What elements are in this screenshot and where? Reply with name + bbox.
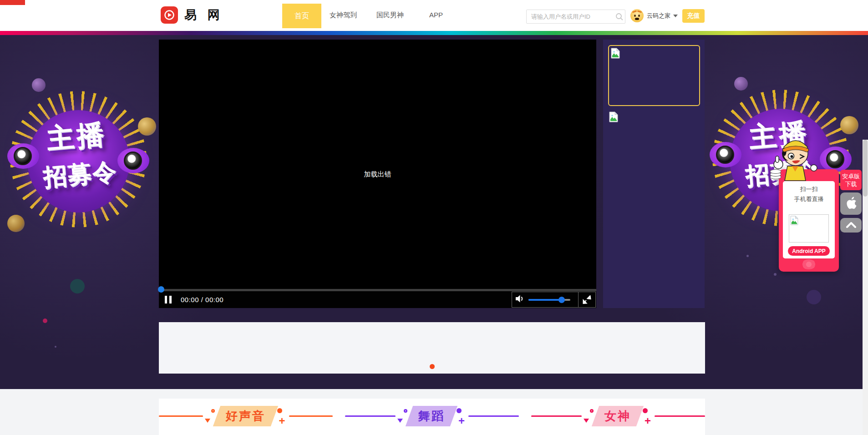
recruit-banner-left: 主播 招募令 — [0, 55, 157, 268]
chevron-up-icon — [846, 222, 857, 229]
decor-dot — [43, 319, 47, 323]
android-download-line2: 下载 — [845, 180, 857, 188]
fullscreen-button[interactable] — [579, 292, 596, 308]
decor-ball — [734, 77, 748, 91]
video-controls: 00:00 / 00:00 — [159, 291, 596, 308]
search-input[interactable] — [527, 13, 614, 20]
broken-image-icon — [609, 111, 618, 124]
video-player[interactable]: 加载出错 00:00 / 00:00 — [159, 40, 596, 308]
scrollbar-thumb[interactable] — [863, 140, 868, 197]
banner-carousel — [159, 322, 705, 374]
divider-line — [531, 415, 582, 417]
volume-icon[interactable] — [516, 295, 525, 304]
category-label-goddess[interactable]: 女神 — [592, 406, 644, 426]
qr-text-line1: 扫一扫 — [783, 185, 835, 193]
search-icon[interactable] — [614, 11, 625, 23]
divider-line — [289, 415, 333, 417]
android-download-button[interactable]: 安卓版 下载 — [840, 170, 862, 190]
decor-dot-plus: + — [276, 408, 287, 425]
decor-circle — [70, 279, 85, 293]
username-text: 云码之家 — [647, 12, 670, 20]
stream-thumbnail[interactable] — [608, 45, 700, 106]
video-error-text: 加载出错 — [364, 170, 391, 179]
user-menu[interactable]: 云码之家 — [647, 12, 678, 20]
category-label-voice[interactable]: 好声音 — [213, 406, 278, 426]
loading-progress-bar — [0, 0, 25, 5]
category-voice: 好声音 + — [159, 406, 333, 426]
nav-item-goddess[interactable]: 女神驾到 — [330, 11, 357, 20]
nav-item-home[interactable]: 首页 — [282, 4, 321, 28]
decor-sparkle — [774, 273, 777, 276]
user-avatar[interactable] — [630, 9, 644, 22]
pause-button[interactable] — [160, 292, 176, 308]
video-progress-handle[interactable] — [158, 286, 164, 293]
decor-ball — [7, 215, 25, 232]
category-section: 好声音 + 舞蹈 + 女神 + — [159, 399, 705, 435]
sidebar-panel — [603, 40, 705, 308]
broken-image-icon — [790, 216, 798, 227]
search-box — [526, 10, 625, 24]
volume-control — [512, 292, 579, 308]
back-to-top-button[interactable] — [840, 218, 862, 233]
category-dance: 舞蹈 + — [345, 406, 519, 426]
scrollbar-track[interactable] — [863, 140, 868, 435]
volume-slider[interactable] — [528, 299, 570, 301]
nav-item-app[interactable]: APP — [429, 11, 443, 19]
android-app-button[interactable]: Android APP — [788, 246, 830, 256]
decor-circle-triangle — [397, 409, 407, 424]
category-goddess: 女神 + — [531, 406, 705, 426]
qr-card: 扫一扫 手机看直播 Android APP — [783, 181, 835, 258]
decor-blob — [802, 259, 816, 269]
logo-text: 易网 — [184, 7, 231, 23]
broken-image-icon — [611, 48, 620, 61]
page: 主播 招募令 主播 招募令 易网 — [0, 0, 868, 435]
decor-dot-plus: + — [456, 408, 467, 425]
apple-icon — [845, 196, 857, 211]
qr-text-line2: 手机看直播 — [783, 195, 835, 203]
video-time: 00:00 / 00:00 — [181, 296, 223, 303]
volume-handle[interactable] — [558, 297, 565, 303]
divider-line — [159, 415, 203, 417]
qr-code-placeholder — [789, 214, 829, 243]
divider-line — [345, 415, 396, 417]
divider-line — [655, 415, 705, 417]
decor-ball — [32, 78, 46, 92]
header-gradient-divider — [0, 31, 868, 35]
header: 易网 首页 女神驾到 国民男神 APP 云码之家 充值 — [0, 0, 868, 31]
carousel-dot-active[interactable] — [430, 364, 435, 369]
decor-sparkle — [55, 346, 56, 348]
play-logo-icon — [161, 6, 178, 24]
recharge-button[interactable]: 充值 — [682, 9, 705, 23]
chevron-down-icon — [673, 15, 678, 17]
decor-dot-plus: + — [642, 408, 653, 425]
divider-line — [468, 415, 519, 417]
android-download-line1: 安卓版 — [842, 172, 860, 180]
decor-circle-triangle — [205, 409, 215, 424]
nav-item-male-idol[interactable]: 国民男神 — [376, 11, 404, 20]
decor-circle-triangle — [584, 409, 594, 424]
mascot-character — [766, 133, 824, 185]
decor-circle — [807, 290, 821, 304]
category-label-dance[interactable]: 舞蹈 — [406, 406, 457, 426]
ios-download-button[interactable] — [840, 192, 862, 215]
site-logo[interactable]: 易网 — [161, 6, 231, 24]
